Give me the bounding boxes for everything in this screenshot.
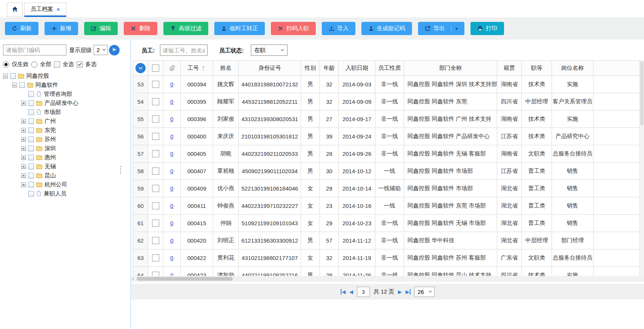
header-岗位名称[interactable]: 岗位名称 (552, 61, 593, 76)
expand-node-icon[interactable]: + (21, 137, 26, 142)
radio-effective-only[interactable] (3, 61, 9, 68)
collapse-sidebar-button[interactable] (109, 45, 120, 55)
grid-menu-button[interactable] (135, 63, 146, 73)
tree-node-苏州[interactable]: +苏州 (0, 135, 124, 144)
attachment-count-link[interactable]: 0 (170, 203, 173, 209)
expand-node-icon[interactable]: + (21, 101, 26, 106)
tree-node-checkbox[interactable] (28, 191, 34, 197)
expand-node-icon[interactable]: + (21, 164, 26, 169)
tree-node-昆山[interactable]: +昆山 (0, 171, 124, 180)
tree-node-checkbox[interactable] (10, 73, 16, 79)
header-身份证号[interactable]: 身份证号 (239, 61, 301, 76)
attachment-count-link[interactable]: 0 (170, 272, 173, 276)
expand-node-icon[interactable]: + (21, 146, 26, 151)
delete-button[interactable]: 删除 (124, 22, 157, 35)
tree-node-checkbox[interactable] (28, 128, 34, 133)
table-row[interactable]: 640000423谭智勋440221199108252716男292014-11… (133, 267, 639, 276)
row-checkbox[interactable] (152, 202, 159, 209)
multi-select-checkbox[interactable] (77, 61, 83, 68)
row-checkbox[interactable] (152, 185, 159, 192)
expand-node-icon[interactable]: + (21, 128, 26, 133)
prev-page-button[interactable]: ◀ (349, 289, 353, 295)
select-all-checkbox[interactable] (54, 61, 60, 68)
tree-node-checkbox[interactable] (28, 182, 34, 188)
gen-mnemonic-button[interactable]: 生成助记码 (361, 22, 412, 35)
temp-convert-button[interactable]: 临时工转正 (214, 22, 265, 35)
row-checkbox[interactable] (152, 115, 159, 123)
attachment-count-link[interactable]: 0 (170, 133, 173, 140)
tab-home[interactable] (7, 3, 23, 17)
first-page-button[interactable]: ◀ (341, 289, 346, 295)
tab-employee-archive[interactable]: 员工档案 × (24, 3, 66, 17)
attachment-count-link[interactable]: 0 (170, 255, 173, 261)
header-姓名[interactable]: 姓名 (213, 61, 239, 76)
refresh-button[interactable]: 刷新 (5, 22, 38, 35)
tree-node-checkbox[interactable] (28, 91, 34, 97)
header-籍贯[interactable]: 籍贯 (497, 61, 522, 76)
employee-status-select[interactable]: 在职 (251, 45, 287, 56)
page-number-input[interactable] (357, 287, 370, 297)
attachment-count-link[interactable]: 0 (170, 81, 173, 88)
last-page-button[interactable]: ▶ (406, 289, 410, 295)
tree-node-无锡[interactable]: +无锡 (0, 162, 124, 171)
table-row[interactable]: 580000407覃裕顺450902199011102034男302014-10… (133, 163, 639, 180)
header-年龄[interactable]: 年龄 (320, 61, 339, 76)
add-button[interactable]: 新增 (45, 22, 78, 35)
attachment-count-link[interactable]: 0 (170, 220, 173, 226)
expand-node-icon[interactable]: + (21, 155, 26, 160)
tree-node-深圳[interactable]: +深圳 (0, 144, 124, 153)
adv-filter-button[interactable]: 高级过滤 (163, 22, 208, 35)
table-row[interactable]: 600000411钟俊燕440223199710232227女232014-10… (133, 197, 639, 215)
header-工号[interactable]: 工号 (181, 61, 213, 76)
scan-onboard-button[interactable]: 扫码入职 (271, 22, 316, 35)
tree-node-兼职人员[interactable]: 兼职人员 (0, 189, 124, 198)
table-row[interactable]: 530000394姚文辉440183198810072132男322014-09… (133, 76, 639, 93)
edit-button[interactable]: 编辑 (84, 22, 118, 35)
tree-node-checkbox[interactable] (28, 118, 34, 124)
horizontal-scrollbar[interactable]: ‹ (131, 276, 644, 282)
row-checkbox[interactable] (152, 254, 159, 261)
tree-node-checkbox[interactable] (28, 137, 34, 142)
table-row[interactable]: 630000422黄利花431021198802177107女322014-11… (133, 249, 639, 267)
row-checkbox[interactable] (152, 168, 159, 175)
tree-node-checkbox[interactable] (28, 109, 34, 115)
header-入职日期[interactable]: 入职日期 (339, 61, 375, 76)
table-row[interactable]: 540000395顾耀军445321198812052211男322014-09… (133, 93, 639, 111)
header-职等[interactable]: 职等 (522, 61, 552, 76)
row-checkbox[interactable] (152, 98, 159, 105)
row-checkbox[interactable] (152, 220, 159, 227)
table-row[interactable]: 610000415仲娟510921199109101043女292014-10-… (133, 215, 639, 232)
tree-node-checkbox[interactable] (19, 82, 25, 88)
vertical-scrollbar[interactable] (640, 60, 644, 276)
tree-node-广州[interactable]: +广州 (0, 117, 124, 126)
export-dropdown-caret-icon[interactable]: ▾ (451, 26, 458, 31)
expand-node-icon[interactable]: + (21, 182, 26, 187)
expand-node-icon[interactable]: + (21, 173, 26, 178)
employee-search-input[interactable] (160, 45, 207, 56)
tree-node-杭州公司[interactable]: +杭州公司 (0, 180, 124, 189)
attachment-count-link[interactable]: 0 (170, 237, 173, 244)
attachment-count-link[interactable]: 0 (170, 185, 173, 192)
tree-node-checkbox[interactable] (28, 173, 34, 178)
tree-node-产品研发中心[interactable]: +产品研发中心 (0, 98, 124, 108)
tree-node-checkbox[interactable] (28, 146, 34, 151)
tree-node-checkbox[interactable] (28, 155, 34, 160)
attachment-count-link[interactable]: 0 (170, 98, 173, 105)
expand-node-icon[interactable]: + (21, 119, 26, 124)
next-page-button[interactable]: ▶ (398, 289, 402, 295)
horizontal-scrollbar-thumb[interactable] (137, 277, 233, 281)
tree-node-惠州[interactable]: +惠州 (0, 153, 124, 162)
tree-node-管理咨询部[interactable]: 管理咨询部 (0, 89, 124, 98)
table-row[interactable]: 620000420刘明正612133196303300912男572014-11… (133, 232, 639, 249)
tree-node-市场部[interactable]: 市场部 (0, 108, 124, 117)
vertical-scrollbar-thumb[interactable] (640, 61, 644, 125)
display-level-select[interactable]: 2 (94, 45, 108, 55)
attachment-count-link[interactable]: 0 (170, 151, 173, 157)
dept-code-input[interactable] (3, 45, 66, 55)
tab-close-icon[interactable]: × (57, 6, 60, 12)
collapse-node-icon[interactable]: − (3, 74, 8, 78)
header-员工性质[interactable]: 员工性质 (375, 61, 404, 76)
attachment-count-link[interactable]: 0 (170, 116, 173, 122)
import-button[interactable]: 导入 (322, 22, 355, 35)
row-checkbox[interactable] (152, 150, 159, 157)
